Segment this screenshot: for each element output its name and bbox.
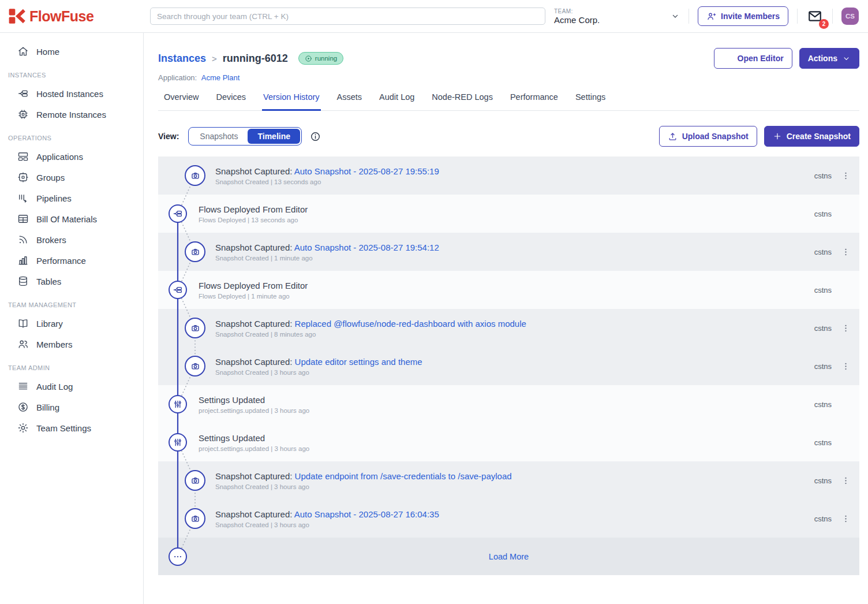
sidebar-item-brokers[interactable]: Brokers (0, 229, 143, 250)
divider (832, 9, 833, 24)
sidebar-item-label: Library (36, 319, 63, 329)
brand-logo[interactable]: FlowFuse (0, 8, 144, 25)
user-avatar[interactable]: CS (841, 8, 859, 25)
snapshot-link[interactable]: Replaced @flowfuse/node-red-dashboard wi… (295, 319, 526, 329)
sidebar-item-performance[interactable]: Performance (0, 250, 143, 271)
event-meta: Flows Deployed | 1 minute ago (199, 293, 308, 300)
actions-button[interactable]: Actions (799, 48, 859, 69)
team-label: TEAM: (554, 8, 600, 14)
breadcrumb-instances-link[interactable]: Instances (158, 53, 206, 65)
tab-performance[interactable]: Performance (509, 91, 559, 111)
event-meta: project.settings.updated | 3 hours ago (199, 445, 309, 452)
tab-node-red-logs[interactable]: Node-RED Logs (431, 91, 494, 111)
flowfuse-logo-icon (8, 8, 25, 25)
snapshot-link[interactable]: Update editor settings and theme (295, 357, 422, 367)
sidebar-item-bill-of-materials[interactable]: Bill Of Materials (0, 208, 143, 229)
kebab-menu-icon[interactable] (839, 514, 852, 524)
event-user: cstns (814, 400, 832, 409)
camera-icon (185, 318, 205, 338)
sidebar-item-label: Billing (36, 402, 59, 412)
sidebar-item-label: Members (36, 340, 73, 349)
sidebar-item-label: Tables (36, 277, 61, 286)
snapshot-link[interactable]: Auto Snapshot - 2025-08-27 16:04:35 (294, 509, 439, 519)
audit-log-icon (17, 381, 29, 392)
upload-snapshot-button[interactable]: Upload Snapshot (659, 126, 757, 147)
view-toggle-timeline[interactable]: Timeline (248, 129, 300, 144)
kebab-menu-icon[interactable] (839, 361, 852, 371)
tab-devices[interactable]: Devices (215, 91, 247, 111)
view-label: View: (158, 132, 179, 141)
sidebar-item-label: Brokers (36, 235, 66, 245)
snapshot-link[interactable]: Auto Snapshot - 2025-08-27 19:55:19 (294, 166, 439, 176)
kebab-menu-icon[interactable] (839, 247, 852, 257)
camera-icon (185, 470, 205, 491)
team-settings-icon (17, 422, 29, 434)
editor-nodes-icon (723, 53, 733, 64)
timeline-row: Snapshot Captured: Update endpoint from … (158, 461, 859, 499)
brand-name: FlowFuse (29, 8, 93, 25)
tab-settings[interactable]: Settings (574, 91, 607, 111)
pipelines-icon (17, 192, 29, 204)
tab-overview[interactable]: Overview (163, 91, 200, 111)
sidebar-section-team-admin: TEAM ADMIN (0, 364, 143, 371)
tab-audit-log[interactable]: Audit Log (378, 91, 416, 111)
view-toggle: SnapshotsTimeline (188, 127, 302, 146)
create-snapshot-button[interactable]: Create Snapshot (764, 126, 859, 147)
event-user: cstns (814, 248, 832, 256)
kebab-menu-icon[interactable] (839, 323, 852, 333)
info-icon[interactable] (310, 131, 321, 142)
sidebar-item-hosted-instances[interactable]: Hosted Instances (0, 83, 143, 104)
play-circle-icon (305, 55, 312, 62)
performance-icon (17, 255, 29, 266)
event-meta: Snapshot Created | 3 hours ago (215, 483, 512, 490)
sidebar-section-operations: OPERATIONS (0, 135, 143, 141)
tab-version-history[interactable]: Version History (262, 91, 321, 111)
sidebar-item-library[interactable]: Library (0, 313, 143, 334)
sidebar-item-home[interactable]: Home (0, 41, 143, 62)
applications-icon (17, 151, 29, 162)
breadcrumb-separator: > (212, 54, 217, 64)
snapshot-link[interactable]: Update endpoint from /save-credentials t… (295, 471, 512, 481)
sidebar-item-members[interactable]: Members (0, 334, 143, 355)
open-editor-button[interactable]: Open Editor (714, 48, 792, 69)
invite-members-button[interactable]: Invite Members (698, 6, 788, 26)
camera-icon (185, 241, 205, 262)
load-more-link[interactable]: Load More (489, 552, 529, 561)
main-content: Instances > running-6012 running Open Ed… (144, 33, 868, 604)
team-selector[interactable]: TEAM: Acme Corp. (554, 8, 680, 25)
sidebar-item-tables[interactable]: Tables (0, 271, 143, 292)
sidebar-item-team-settings[interactable]: Team Settings (0, 417, 143, 438)
bill-of-materials-icon (17, 213, 29, 225)
event-title: Settings Updated (199, 395, 265, 405)
event-meta: project.settings.updated | 3 hours ago (199, 407, 309, 414)
divider (797, 9, 798, 24)
sidebar-item-pipelines[interactable]: Pipelines (0, 188, 143, 208)
ellipsis-icon[interactable] (169, 547, 187, 566)
load-more-row: Load More (158, 538, 859, 575)
timeline-row: Snapshot Captured: Auto Snapshot - 2025-… (158, 156, 859, 195)
view-controls-row: View: SnapshotsTimeline Upload Snapshot … (158, 126, 859, 147)
sidebar-item-audit-log[interactable]: Audit Log (0, 376, 143, 397)
sidebar-item-applications[interactable]: Applications (0, 146, 143, 167)
application-label: Application: (158, 73, 197, 82)
deploy-icon (169, 204, 187, 223)
kebab-menu-icon[interactable] (839, 171, 852, 181)
brokers-icon (17, 234, 29, 245)
event-meta: Snapshot Created | 8 minutes ago (215, 331, 526, 338)
sidebar-item-remote-instances[interactable]: Remote Instances (0, 104, 143, 125)
kebab-menu-icon[interactable] (839, 476, 852, 486)
sidebar-item-groups[interactable]: Groups (0, 167, 143, 188)
invite-members-label: Invite Members (721, 12, 780, 21)
event-title: Settings Updated (199, 433, 265, 443)
event-user: cstns (814, 362, 832, 371)
event-title: Snapshot Captured: (215, 357, 295, 367)
sliders-icon (169, 395, 187, 413)
application-link[interactable]: Acme Plant (201, 73, 240, 82)
sidebar-item-billing[interactable]: Billing (0, 397, 143, 417)
view-toggle-snapshots[interactable]: Snapshots (190, 129, 248, 144)
notifications-button[interactable]: 2 (806, 8, 824, 25)
sidebar-item-label: Audit Log (36, 382, 73, 392)
snapshot-link[interactable]: Auto Snapshot - 2025-08-27 19:54:12 (294, 243, 439, 252)
tab-assets[interactable]: Assets (336, 91, 364, 111)
search-input[interactable] (150, 8, 545, 25)
